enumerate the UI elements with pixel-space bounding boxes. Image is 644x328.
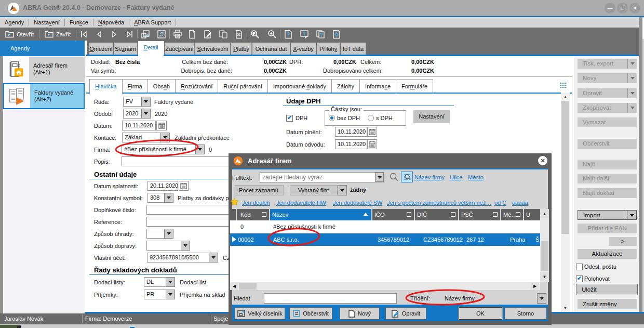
odvod-input[interactable]: 10.11.2020 <box>335 139 367 149</box>
dialog-close-button[interactable]: ✕ <box>538 156 547 165</box>
rada-combo[interactable]: FV <box>123 97 141 107</box>
prijemky-combo-arrow-icon[interactable] <box>166 290 175 299</box>
column-filter-icon[interactable] <box>451 212 455 217</box>
dropdown-arrow-icon[interactable] <box>627 88 637 98</box>
subtab-zalohy[interactable]: Zálohy <box>332 79 360 93</box>
nastaveni-button[interactable]: Nastavení <box>413 110 450 123</box>
kontace-combo-arrow-icon[interactable] <box>160 133 170 142</box>
column-filter-icon[interactable] <box>407 212 411 217</box>
column-ico[interactable]: IČO <box>372 209 415 220</box>
last-record-button[interactable] <box>124 29 135 40</box>
dodaci-combo[interactable]: DL <box>144 277 166 287</box>
table-scroll-down-icon[interactable]: ▼ <box>540 272 549 281</box>
tab-platby[interactable]: Platby <box>231 43 252 56</box>
doprava-combo[interactable] <box>146 241 181 251</box>
ksymbol-combo-arrow-icon[interactable] <box>164 193 173 203</box>
first-record-button[interactable] <box>78 29 90 40</box>
obcerstvit-button[interactable]: Občerstvit <box>578 139 637 149</box>
column-filter-icon[interactable] <box>516 212 520 217</box>
uhrada-combo-arrow-icon[interactable] <box>164 229 173 239</box>
favorite-star-icon[interactable] <box>230 198 239 206</box>
fulltext-input[interactable] <box>260 172 384 182</box>
subtab-formulare[interactable]: Formuláře <box>396 79 433 93</box>
filter-link-pocet-zamestnancu[interactable]: Jen s počtem zaměstnanců větším než… <box>387 200 491 206</box>
ucet-combo-arrow-icon[interactable] <box>209 253 218 263</box>
column-psc[interactable]: PSČ <box>459 209 501 220</box>
subtab-rucni-parovani[interactable]: Ruční párování <box>218 79 268 93</box>
velky-ciselnik-button[interactable]: Velký číselník <box>235 307 285 320</box>
menu-item-napoveda[interactable]: Nápověda <box>93 17 129 28</box>
table-hscroll-thumb[interactable] <box>239 283 257 290</box>
vymazat-button[interactable]: Vymazat <box>578 117 637 127</box>
table-scroll-right-icon[interactable]: ▶ <box>531 282 539 290</box>
vybrany-filtr-button[interactable]: Vybraný filtr: <box>290 185 338 195</box>
menu-item-nastaveni[interactable]: Nastavení <box>29 17 64 28</box>
table-vscroll-thumb[interactable] <box>541 241 548 271</box>
table-hscrollbar[interactable] <box>230 282 540 290</box>
obdobi-combo[interactable]: 2020 <box>123 109 141 119</box>
aktualizace-button[interactable]: Aktualizace <box>578 249 637 259</box>
plneni-calendar-button[interactable] <box>367 127 377 137</box>
fulltext-dropdown-arrow-icon[interactable] <box>375 173 384 182</box>
form-scrollbar-thumb[interactable] <box>561 101 569 234</box>
table-scroll-up-icon[interactable]: ▲ <box>540 209 549 218</box>
help-diamond-button[interactable] <box>331 29 342 40</box>
delete-document-button[interactable] <box>233 29 245 40</box>
tab-iot-data[interactable]: IoT data <box>341 43 366 56</box>
more-button[interactable]: > <box>609 237 637 246</box>
sidebar-item-faktury-vydane[interactable]: Faktury vydané (Alt+2) <box>3 83 85 109</box>
firma-combo-arrow-icon[interactable] <box>195 145 205 154</box>
sort-link-ulice[interactable]: Ulice <box>450 174 462 180</box>
pridat-ean-button[interactable]: Přidat dle EAN <box>578 224 637 233</box>
menu-item-funkce[interactable]: Funkce <box>65 17 93 28</box>
dialog-opravit-button[interactable]: Opravit <box>385 307 426 320</box>
close-button[interactable]: ✕ <box>629 3 640 14</box>
filter-link-aaaaa[interactable]: aaaaa <box>512 200 528 206</box>
next-record-button[interactable] <box>109 29 120 40</box>
dodaci-combo-arrow-icon[interactable] <box>166 277 175 287</box>
dropdown-arrow-icon[interactable] <box>627 211 636 220</box>
filter-link-od-c[interactable]: od C <box>494 200 506 206</box>
obdobi-combo-arrow-icon[interactable] <box>141 109 151 119</box>
new-document-button[interactable] <box>186 29 198 40</box>
plneni-input[interactable]: 10.11.2020 <box>335 127 367 137</box>
dph-checkbox[interactable] <box>286 115 293 122</box>
ulozit-button[interactable]: Uložit <box>576 284 638 295</box>
subtab-importovane-doklady[interactable]: Importované doklady <box>268 79 332 93</box>
splitter-grip[interactable] <box>560 82 567 88</box>
menu-item-abra-support[interactable]: ABRA Support <box>129 17 176 28</box>
tab-seznam[interactable]: Seznam <box>114 43 138 56</box>
filter-link-dodavatele-hw[interactable]: Jen dodavatelé HW <box>276 200 326 206</box>
sort-link-mesto[interactable]: Město <box>468 174 484 180</box>
pocet-zaznamu-button[interactable]: Počet záznamů <box>234 185 284 195</box>
column-dic[interactable]: DIČ <box>415 209 459 220</box>
opravit-button[interactable]: Opravit <box>578 88 637 98</box>
tab-schvalovani[interactable]: Schvalování <box>195 43 231 56</box>
dialog-novy-button[interactable]: Nový <box>340 307 380 320</box>
firma-combo[interactable]: #Bez příslušnosti k firmě <box>122 145 195 154</box>
ucet-combo[interactable]: 92345678910/5500 <box>147 253 209 263</box>
dropdown-arrow-icon[interactable] <box>627 73 637 83</box>
refresh-window-button[interactable] <box>156 29 167 40</box>
dropdown-arrow-icon[interactable] <box>627 59 637 69</box>
filter-link-dodavatele-sw[interactable]: Jen dodavatelé SW <box>333 200 382 206</box>
prev-record-button[interactable] <box>93 29 105 40</box>
column-filter-icon[interactable] <box>493 212 498 217</box>
edit-document-button[interactable] <box>202 29 213 40</box>
sort-link-nazev-firmy[interactable]: Název firmy <box>414 174 445 180</box>
subtab-informace[interactable]: Informace <box>360 79 396 93</box>
filter-link-jen-dealeri[interactable]: Jen dealeři <box>242 200 270 206</box>
trideni-dropdown-arrow-icon[interactable] <box>537 293 546 304</box>
kontace-combo[interactable]: Základ <box>122 133 160 142</box>
uhrada-combo[interactable] <box>146 229 164 239</box>
hledat-input[interactable] <box>264 293 397 304</box>
scroll-up-icon[interactable]: ▲ <box>561 93 570 101</box>
s-dph-radio[interactable] <box>368 115 374 121</box>
ok-button[interactable]: OK <box>459 307 502 320</box>
prijemky-combo[interactable]: PR <box>144 290 166 299</box>
maximize-button[interactable]: □ <box>617 3 628 14</box>
search-icon[interactable] <box>388 172 399 182</box>
dropdown-arrow-icon[interactable] <box>627 103 637 113</box>
filtr-dropdown-arrow-icon[interactable] <box>338 185 347 195</box>
najit-dalsi-button[interactable]: Najít další <box>578 174 637 183</box>
